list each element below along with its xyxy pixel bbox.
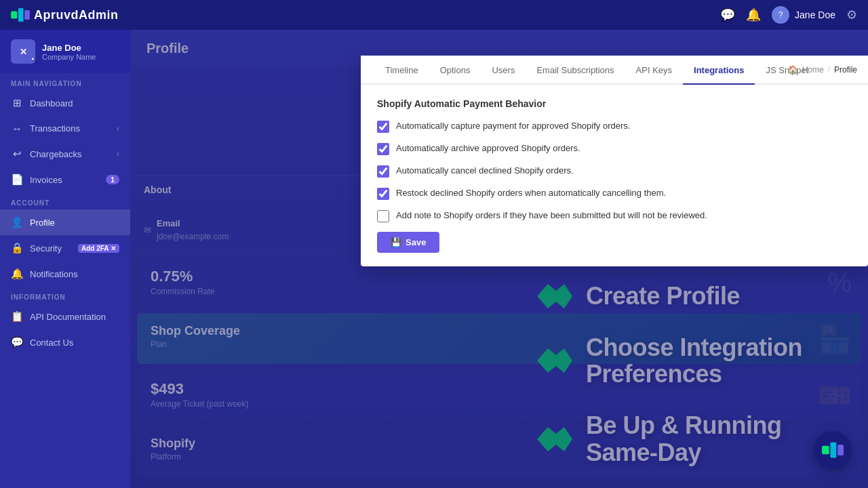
sidebar-label-api-docs: API Documentation [30,312,119,322]
user-name-label: Jane Doe [795,9,835,20]
checkbox-auto-capture[interactable] [377,121,389,133]
breadcrumb-home[interactable]: Home [802,65,824,75]
sidebar-label-notifications: Notifications [30,269,119,279]
checkbox-row-auto-cancel: Automatically cancel declined Shopify or… [377,165,852,178]
checkbox-label-add-note: Add note to Shopify orders if they have … [396,209,707,222]
tab-options[interactable]: Options [429,56,481,85]
profile-icon: 👤 [11,216,23,228]
user-avatar: ? [772,6,789,24]
sidebar-label-profile: Profile [30,218,119,228]
sidebar-user-info: Jane Doe Company Name [42,43,119,61]
navbar-left: ApruvdAdmin [11,8,119,22]
save-label: Save [406,237,426,247]
home-icon: 🏠 [788,65,798,75]
dashboard-icon: ⊞ [11,97,23,109]
sidebar-user-card[interactable]: ✕ ▪ Jane Doe Company Name [0,30,130,73]
contact-icon: 💬 [11,336,23,348]
sidebar-item-chargebacks[interactable]: ↩ Chargebacks ‹ [0,141,130,167]
sidebar-label-transactions: Transactions [30,123,110,134]
transactions-icon: ↔ [11,123,23,134]
checkbox-row-auto-archive: Automatically archive approved Shopify o… [377,142,852,155]
notifications-icon: 🔔 [11,268,23,280]
checkbox-row-auto-capture: Automatically capture payment for approv… [377,120,852,133]
transactions-arrow: ‹ [117,124,119,134]
save-button[interactable]: 💾 Save [377,232,439,253]
checkbox-row-restock: Restock declined Shopify orders when aut… [377,187,852,200]
checkbox-label-restock: Restock declined Shopify orders when aut… [396,187,666,199]
sidebar-item-profile[interactable]: 👤 Profile [0,209,130,235]
checkbox-label-auto-cancel: Automatically cancel declined Shopify or… [396,165,574,177]
settings-modal: 🏠 Home / Profile Timeline Options Users … [361,56,868,266]
sidebar-item-contact-us[interactable]: 💬 Contact Us [0,329,130,355]
sidebar-item-invoices[interactable]: 📄 Invoices 1 [0,167,130,192]
invoices-icon: 📄 [11,174,23,186]
account-label: ACCOUNT [0,192,130,209]
svg-rect-8 [837,445,844,455]
checkbox-restock[interactable] [377,188,389,200]
sidebar-label-dashboard: Dashboard [30,98,119,108]
checkbox-auto-archive[interactable] [377,143,389,155]
chargebacks-arrow: ‹ [117,149,119,159]
sidebar-item-transactions[interactable]: ↔ Transactions ‹ [0,116,130,141]
svg-rect-1 [18,8,24,22]
chargebacks-icon: ↩ [11,148,23,160]
top-navbar: ApruvdAdmin 💬 🔔 ? Jane Doe ⚙ [0,0,868,30]
sidebar-label-security: Security [30,243,71,253]
tab-email-subscriptions[interactable]: Email Subscriptions [526,56,625,85]
user-menu[interactable]: ? Jane Doe [772,6,835,24]
sidebar-label-chargebacks: Chargebacks [30,149,110,159]
settings-icon[interactable]: ⚙ [846,7,857,22]
chat-icon[interactable]: 💬 [720,7,735,22]
modal-body: Shopify Automatic Payment Behavior Autom… [361,85,868,266]
navbar-right: 💬 🔔 ? Jane Doe ⚙ [720,6,857,24]
main-layout: ✕ ▪ Jane Doe Company Name MAIN NAVIGATIO… [0,30,868,488]
sidebar-item-notifications[interactable]: 🔔 Notifications [0,261,130,287]
breadcrumb: 🏠 Home / Profile [788,65,857,75]
sidebar-label-contact: Contact Us [30,338,119,348]
breadcrumb-current: Profile [834,65,857,75]
svg-rect-7 [830,442,836,458]
information-label: INFORMATION [0,287,130,304]
checkbox-row-add-note: Add note to Shopify orders if they have … [377,209,852,222]
breadcrumb-separator: / [828,65,830,75]
sidebar-user-name: Jane Doe [42,43,119,53]
sidebar-label-invoices: Invoices [30,175,99,185]
tab-users[interactable]: Users [481,56,526,85]
tab-timeline[interactable]: Timeline [374,56,429,85]
shopify-section-title: Shopify Automatic Payment Behavior [377,98,852,109]
sidebar-item-dashboard[interactable]: ⊞ Dashboard [0,90,130,116]
brand-name: ApruvdAdmin [34,8,119,22]
svg-rect-6 [822,446,829,454]
sidebar-item-security[interactable]: 🔒 Security Add 2FA ✕ [0,235,130,261]
svg-rect-2 [24,10,30,20]
main-content: Profile ✕ ▪▪ ▪ Jane Doe Company Name jdo… [130,30,868,488]
checkbox-label-auto-archive: Automatically archive approved Shopify o… [396,142,580,155]
api-docs-icon: 📋 [11,310,23,323]
checkbox-label-auto-capture: Automatically capture payment for approv… [396,120,630,132]
floating-logo[interactable] [814,431,852,469]
main-nav-label: MAIN NAVIGATION [0,73,130,90]
security-icon: 🔒 [11,242,23,254]
sidebar-avatar: ✕ ▪ [11,39,35,64]
checkbox-auto-cancel[interactable] [377,165,389,178]
brand-icon [11,8,30,22]
svg-rect-0 [11,12,17,19]
sidebar-user-company: Company Name [42,53,119,61]
checkbox-add-note[interactable] [377,210,389,222]
bell-icon[interactable]: 🔔 [746,7,761,22]
save-icon: 💾 [391,237,401,247]
sidebar: ✕ ▪ Jane Doe Company Name MAIN NAVIGATIO… [0,30,130,488]
tab-api-keys[interactable]: API Keys [625,56,683,85]
invoices-badge: 1 [106,175,119,184]
tab-integrations[interactable]: Integrations [683,56,755,85]
brand-logo[interactable]: ApruvdAdmin [11,8,119,22]
sidebar-item-api-docs[interactable]: 📋 API Documentation [0,304,130,329]
security-2fa-tag[interactable]: Add 2FA ✕ [78,244,119,253]
